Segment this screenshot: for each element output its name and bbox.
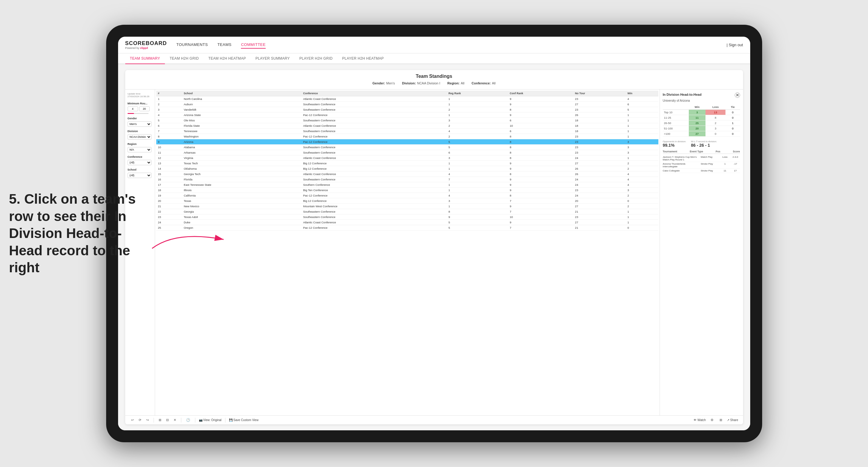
cell-no-tour: 24: [573, 193, 626, 198]
subnav-player-h2h-grid[interactable]: PLAYER H2H GRID: [294, 53, 338, 64]
h2h-range: 51-100: [663, 126, 689, 131]
cell-win: 4: [626, 177, 658, 182]
gender-select[interactable]: Men's: [128, 121, 152, 127]
table-row[interactable]: 25 Oregon Pac-12 Conference 5 7 21 0: [156, 225, 658, 230]
cell-conference: Big Ten Conference: [302, 188, 447, 193]
table-row[interactable]: 16 Florida Southeastern Conference 7 9 2…: [156, 177, 658, 182]
cell-school: Tennessee: [182, 128, 301, 134]
h2h-loss: 2: [706, 121, 725, 126]
logo-sub: Powered by clippd: [125, 46, 167, 50]
cell-school: Florida: [182, 177, 301, 182]
table-row[interactable]: 5 Ole Miss Southeastern Conference 3 6 1…: [156, 118, 658, 123]
table-row[interactable]: 17 East Tennessee State Southern Confere…: [156, 182, 658, 188]
cell-reg-rank: 4: [447, 128, 508, 134]
table-row[interactable]: 21 New Mexico Mountain West Conference 1…: [156, 204, 658, 209]
nav-teams[interactable]: TEAMS: [217, 41, 231, 49]
table-row[interactable]: 2 Auburn Southeastern Conference 1 9 27 …: [156, 102, 658, 107]
table-row[interactable]: 15 Georgia Tech Atlantic Coast Conferenc…: [156, 172, 658, 177]
cell-conf-rank: 8: [508, 172, 573, 177]
settings-button[interactable]: ⚙: [709, 417, 715, 423]
view-original-button[interactable]: 📷 View: Original: [199, 418, 221, 422]
division-select[interactable]: NCAA Division I: [128, 134, 152, 139]
conference-select[interactable]: (All): [128, 160, 152, 165]
cell-school: Texas: [182, 198, 301, 204]
nav-tournaments[interactable]: TOURNAMENTS: [177, 41, 208, 49]
table-row[interactable]: 3 Vanderbilt Southeastern Conference 2 8…: [156, 107, 658, 113]
table-row[interactable]: 10 Alabama Southeastern Conference 5 8 2…: [156, 145, 658, 150]
table-row[interactable]: 14 Oklahoma Big 12 Conference 1 9 26 2: [156, 166, 658, 172]
undo-button[interactable]: ↩: [130, 417, 135, 423]
clock-button[interactable]: 🕐: [185, 417, 191, 423]
slider-fill: [128, 113, 134, 114]
cell-conf-rank: 9: [508, 204, 573, 209]
table-row[interactable]: 18 Illinois Big Ten Conference 1 9 23 3: [156, 188, 658, 193]
cell-conf-rank: 8: [508, 155, 573, 161]
nav-committee[interactable]: COMMITTEE: [241, 41, 266, 49]
cell-conf-rank: 7: [508, 209, 573, 214]
region-select[interactable]: N/A: [128, 147, 152, 152]
table-row[interactable]: 13 Texas Tech Big 12 Conference 1 9 27 2: [156, 161, 658, 166]
cell-conference: Southeastern Conference: [302, 145, 447, 150]
delete-button[interactable]: ✕: [172, 417, 178, 423]
cell-conference: Big 12 Conference: [302, 166, 447, 172]
table-row[interactable]: 1 North Carolina Atlantic Coast Conferen…: [156, 96, 658, 102]
table-row[interactable]: 12 Virginia Atlantic Coast Conference 3 …: [156, 155, 658, 161]
h2h-tournament-header: Tournament Event Type Pos Score: [663, 150, 740, 154]
table-row[interactable]: 20 Texas Big 12 Conference 3 7 20 0: [156, 198, 658, 204]
table-row[interactable]: 6 Florida State Atlantic Coast Conferenc…: [156, 123, 658, 128]
table-row[interactable]: 22 Georgia Southeastern Conference 8 7 2…: [156, 209, 658, 214]
cell-rank: 21: [156, 204, 182, 209]
tournament-col-name: Tournament: [663, 150, 677, 153]
sub-nav: TEAM SUMMARY TEAM H2H GRID TEAM H2H HEAT…: [118, 53, 750, 64]
cell-conference: Atlantic Coast Conference: [302, 96, 447, 102]
max-input[interactable]: [139, 106, 150, 111]
subnav-team-summary[interactable]: TEAM SUMMARY: [125, 53, 165, 64]
cell-no-tour: 24: [573, 182, 626, 188]
sign-out-button[interactable]: | Sign out: [727, 43, 743, 47]
subnav-team-h2h-heatmap[interactable]: TEAM H2H HEATMAP: [204, 53, 251, 64]
subnav-player-summary[interactable]: PLAYER SUMMARY: [251, 53, 294, 64]
cell-conf-rank: 8: [508, 134, 573, 139]
cell-reg-rank: 1: [447, 96, 508, 102]
tournament-col-type: Event Type: [690, 150, 703, 153]
cell-school: Oregon: [182, 225, 301, 230]
h2h-stat-opponents: Opponents in division: 99.1%: [663, 140, 686, 148]
table-row[interactable]: 8 Washington Pac-12 Conference 2 8 23 1: [156, 134, 658, 139]
cell-win: 0: [626, 225, 658, 230]
cell-reg-rank: 3: [447, 118, 508, 123]
h2h-close-button[interactable]: ✕: [735, 92, 740, 98]
device-frame: SCOREBOARD Powered by clippd TOURNAMENTS…: [106, 25, 762, 442]
cell-no-tour: 21: [573, 209, 626, 214]
toolbar-sep4: [225, 418, 225, 423]
cell-no-tour: 26: [573, 113, 626, 118]
table-row[interactable]: 11 Arkansas Southeastern Conference 6 8 …: [156, 150, 658, 155]
update-time: Update time: 27/03/2024 16:56:26: [128, 92, 152, 98]
grid-button[interactable]: ⊞: [718, 417, 723, 423]
h2h-panel: In Division Head-to-Head ✕ University of…: [659, 90, 743, 415]
watch-button[interactable]: 👁 Watch: [693, 418, 706, 422]
h2h-title: In Division Head-to-Head: [663, 93, 702, 96]
table-row[interactable]: 9 Arizona Pac-12 Conference 5 8 23 3: [156, 139, 658, 145]
school-select[interactable]: (All): [128, 173, 152, 178]
save-custom-button[interactable]: 💾 Save Custom View: [229, 418, 258, 422]
cell-conf-rank: 8: [508, 145, 573, 150]
copy-button[interactable]: ⊞: [157, 417, 162, 423]
table-row[interactable]: 24 Duke Atlantic Coast Conference 5 9 27…: [156, 220, 658, 225]
cell-school: New Mexico: [182, 204, 301, 209]
filter-slider[interactable]: [128, 113, 149, 114]
paste-button[interactable]: ⊟: [165, 417, 170, 423]
subnav-player-h2h-heatmap[interactable]: PLAYER H2H HEATMAP: [338, 53, 389, 64]
table-row[interactable]: 23 Texas A&M Southeastern Conference 9 1…: [156, 214, 658, 220]
subnav-team-h2h-grid[interactable]: TEAM H2H GRID: [165, 53, 204, 64]
cell-win: 1: [626, 118, 658, 123]
forward-button[interactable]: ↪: [145, 417, 150, 423]
share-button[interactable]: ↗ Share: [727, 418, 738, 422]
min-input[interactable]: [128, 106, 138, 111]
redo-button[interactable]: ⟳: [137, 417, 143, 423]
table-row[interactable]: 19 California Pac-12 Conference 4 8 24 2: [156, 193, 658, 198]
table-row[interactable]: 7 Tennessee Southeastern Conference 4 6 …: [156, 128, 658, 134]
cell-school: Auburn: [182, 102, 301, 107]
cell-school: Georgia Tech: [182, 172, 301, 177]
table-row[interactable]: 4 Arizona State Pac-12 Conference 1 9 26…: [156, 113, 658, 118]
division-label: Division: [128, 130, 152, 133]
